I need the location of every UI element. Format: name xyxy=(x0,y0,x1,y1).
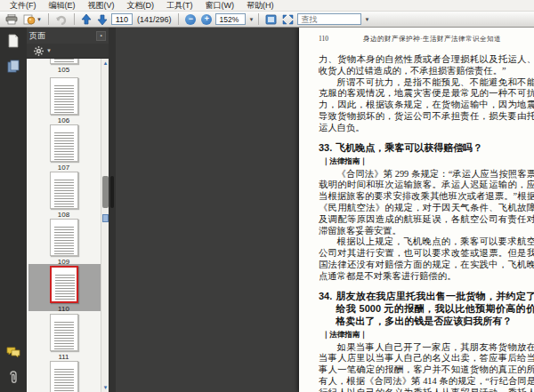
menu-tools[interactable]: 工具(T) xyxy=(160,0,199,11)
thumbnail-label: 107 xyxy=(27,164,101,172)
pages-panel-title: 页面 xyxy=(29,30,96,42)
menu-help[interactable]: 帮助(H) xyxy=(240,0,280,11)
zoom-dropdown-caret[interactable]: ▼ xyxy=(248,17,254,22)
thumbnail-page-109[interactable]: 109 xyxy=(27,219,101,266)
zoom-in-icon: + xyxy=(201,14,212,25)
gear-dropdown-caret[interactable]: ▼ xyxy=(46,48,52,53)
fit-width-icon xyxy=(265,14,277,25)
menu-bar: 文件(F) 编辑(E) 视图(V) 文档(D) 工具(T) 窗口(W) 帮助(H… xyxy=(0,0,534,12)
thumbnail-label: 110 xyxy=(27,305,101,313)
splitter-grip[interactable] xyxy=(110,176,114,208)
thumbnail-page-111[interactable]: 111 xyxy=(27,314,101,361)
thumbnail-page-108[interactable]: 108 xyxy=(27,172,101,219)
fit-width-button[interactable] xyxy=(263,12,279,26)
toolbar-separator xyxy=(74,13,75,25)
thumbnail-label: 108 xyxy=(27,211,101,219)
paragraph: 根据以上规定，飞机晚点的，乘客可以要求航空公司对其进行安置，也可以要求改签或退票… xyxy=(319,236,534,282)
panel-options-button[interactable]: ▪ xyxy=(96,31,106,41)
thumbnail-list: 105 106 107 108 109 110 xyxy=(27,59,109,392)
law-guide-tag: ｜法律指南｜ xyxy=(322,156,534,166)
scrollbar-thumb[interactable] xyxy=(102,176,109,208)
pages-icon xyxy=(7,34,20,48)
zoom-out-button[interactable]: − xyxy=(183,12,198,26)
scrollbar-handle[interactable] xyxy=(102,214,109,222)
pages-panel: 页面 ▪ ▼ 105 106 107 108 xyxy=(27,28,109,392)
layers-icon xyxy=(7,60,20,73)
pages-panel-toolbar: ▼ xyxy=(27,44,109,59)
paragraph: 《合同法》第 299 条规定：“承运人应当按照客票载明的时间和班次运输旅客。承运… xyxy=(319,169,534,237)
menu-document[interactable]: 文档(D) xyxy=(121,0,161,11)
thumbnail-page-112[interactable] xyxy=(27,361,101,392)
thumbnail-label: 106 xyxy=(27,116,101,124)
book-title: 身边的财产保护神·生活财产法律常识全知道 xyxy=(363,35,501,44)
page-down-arrow-icon xyxy=(97,14,108,25)
question-title: 朋友放在我店里托我出售一批货物，并约定了给我 5000 元的报酬，我以比他预期价… xyxy=(336,290,534,327)
print-button[interactable] xyxy=(4,12,20,26)
scroll-down-arrow[interactable]: ▼ xyxy=(102,384,109,391)
menu-edit[interactable]: 编辑(E) xyxy=(43,0,82,11)
toolbar: ▼ (141/296) − + 152% ▼ ▼ xyxy=(0,12,534,28)
question-number: 33. xyxy=(319,141,332,154)
toolbar-separator xyxy=(178,13,179,25)
paragraph: 力、货物本身的自然性质或者合理损耗以及托运人、收货人的过错造成的，不承担损害赔偿… xyxy=(319,54,534,77)
comments-panel-button[interactable] xyxy=(4,342,23,362)
comments-icon xyxy=(6,347,20,357)
previous-view-icon xyxy=(55,14,68,25)
pages-panel-header: 页面 ▪ xyxy=(27,28,109,44)
thumbnail-scrollbar[interactable]: ▲ ▼ xyxy=(101,59,109,392)
page-number-input[interactable] xyxy=(111,13,133,25)
thumbnail-page-106[interactable]: 106 xyxy=(27,77,101,124)
page-up-arrow-icon xyxy=(81,14,92,25)
attachments-icon xyxy=(8,371,19,384)
zoom-level-select[interactable]: 152% xyxy=(215,13,246,25)
send-file-button[interactable]: ▼ xyxy=(21,12,44,26)
paragraph: 如果当事人自己开了一家店，其朋友将货物放在当事人店里以当事人自己的名义出卖，答应… xyxy=(319,342,534,392)
thumbnail-page-105[interactable]: 105 xyxy=(27,59,101,74)
menu-file[interactable]: 文件(F) xyxy=(4,0,43,11)
question-title: 飞机晚点，乘客可以获得赔偿吗？ xyxy=(336,141,482,154)
zoom-in-button[interactable]: + xyxy=(199,12,214,26)
thumbnail-page-107[interactable]: 107 xyxy=(27,124,101,172)
pages-panel-button[interactable] xyxy=(4,31,23,51)
thumbnail-label: 111 xyxy=(27,353,101,361)
previous-page-button[interactable] xyxy=(79,12,93,26)
toolbar-separator xyxy=(48,13,49,25)
find-input[interactable] xyxy=(297,13,361,25)
gear-icon[interactable] xyxy=(34,46,44,56)
document-canvas[interactable]: 110 身边的财产保护神·生活财产法律常识全知道 力、货物本身的自然性质或者合理… xyxy=(116,28,534,392)
layers-panel-button[interactable] xyxy=(4,56,23,76)
attachments-panel-button[interactable] xyxy=(4,367,23,387)
law-guide-tag: ｜法律指南｜ xyxy=(322,330,534,340)
page-number: 110 xyxy=(319,35,363,44)
question-33-heading: 33. 飞机晚点，乘客可以获得赔偿吗？ xyxy=(319,141,534,154)
thumbnail-page-110-selected[interactable]: 110 xyxy=(27,266,101,313)
menu-view[interactable]: 视图(V) xyxy=(82,0,121,11)
navigation-dock xyxy=(0,28,27,392)
toolbar-separator xyxy=(258,13,259,25)
scroll-up-arrow[interactable]: ▲ xyxy=(102,60,109,67)
fit-page-button[interactable] xyxy=(280,12,295,26)
thumbnail-label: 105 xyxy=(27,66,101,74)
send-dropdown-caret[interactable]: ▼ xyxy=(36,17,42,22)
fit-page-icon xyxy=(282,14,294,25)
find-dropdown-caret[interactable]: ▼ xyxy=(364,17,369,22)
panel-splitter[interactable] xyxy=(109,28,116,392)
zoom-out-icon: − xyxy=(185,14,196,25)
document-page: 110 身边的财产保护神·生活财产法律常识全知道 力、货物本身的自然性质或者合理… xyxy=(299,28,534,392)
send-file-icon xyxy=(23,14,36,25)
paragraph: 所谓不可抗力，是指不能预见、不能避免和不能克服的客观情况，地震灾害便是最常见的一… xyxy=(319,77,534,134)
question-number: 34. xyxy=(319,290,332,327)
page-running-header: 110 身边的财产保护神·生活财产法律常识全知道 xyxy=(319,35,534,44)
next-page-button[interactable] xyxy=(95,12,109,26)
menu-window[interactable]: 窗口(W) xyxy=(199,0,241,11)
question-34-heading: 34. 朋友放在我店里托我出售一批货物，并约定了给我 5000 元的报酬，我以比… xyxy=(319,290,534,327)
page-count-label: (141/296) xyxy=(134,15,174,24)
previous-view-button[interactable] xyxy=(53,12,69,26)
printer-icon xyxy=(5,14,18,25)
main-area: 页面 ▪ ▼ 105 106 107 108 xyxy=(0,28,534,392)
zoom-level-value: 152% xyxy=(219,15,239,24)
